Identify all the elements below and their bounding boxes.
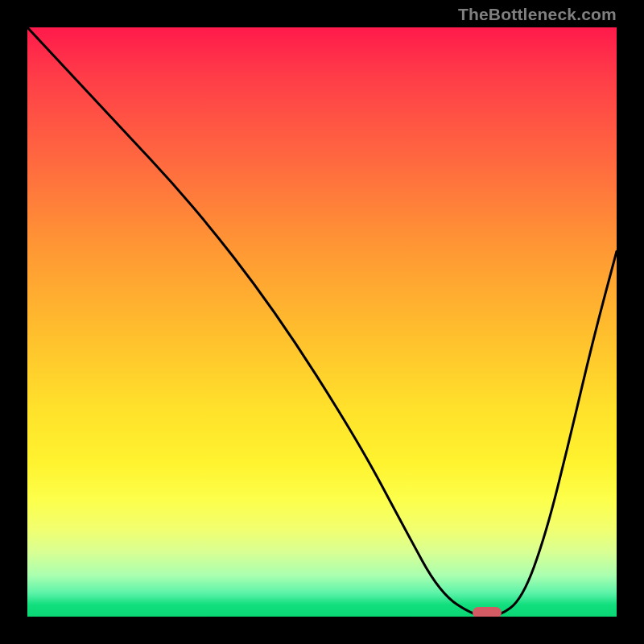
watermark-text: TheBottleneck.com <box>458 5 617 24</box>
plot-area <box>27 27 617 617</box>
optimal-marker <box>473 607 502 617</box>
chart-frame: TheBottleneck.com <box>0 0 644 644</box>
bottleneck-curve <box>27 27 617 617</box>
